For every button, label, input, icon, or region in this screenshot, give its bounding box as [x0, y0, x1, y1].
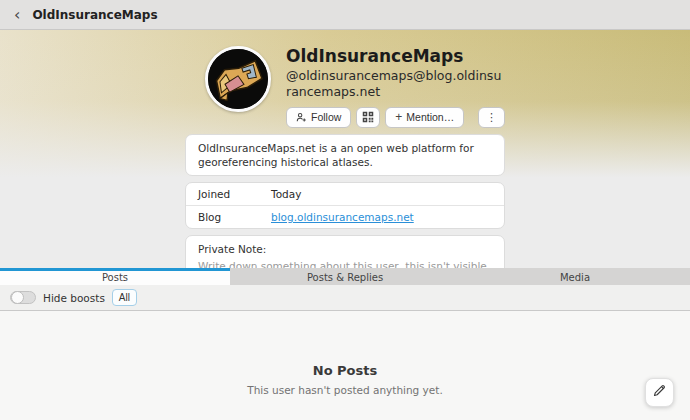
hide-boosts-label: Hide boosts	[43, 292, 105, 304]
account-handle: @oldinsurancemaps@blog.oldinsurancemaps.…	[286, 68, 505, 99]
tab-posts-and-replies[interactable]: Posts & Replies	[230, 268, 460, 285]
field-label: Joined	[198, 188, 271, 200]
topbar-title: OldInsuranceMaps	[32, 8, 157, 22]
timeline-content: No Posts This user hasn't posted anythin…	[0, 311, 690, 420]
follow-button[interactable]: Follow	[286, 107, 351, 128]
back-icon[interactable]: ‹	[12, 7, 22, 23]
empty-state-title: No Posts	[0, 363, 690, 378]
private-note-label: Private Note:	[198, 243, 492, 255]
profile-page: ‹ OldInsuranceMaps OldInsuranceMaps	[0, 0, 690, 420]
private-note-placeholder: Write down something about this user, th…	[198, 260, 492, 268]
compose-button[interactable]	[645, 378, 674, 407]
bio-text: OldInsuranceMaps.net is a an open web pl…	[198, 142, 474, 168]
bio-card: OldInsuranceMaps.net is a an open web pl…	[185, 134, 505, 176]
mention-button[interactable]: + Mention…	[385, 107, 464, 128]
display-name: OldInsuranceMaps	[286, 46, 505, 66]
field-row-blog: Blog blog.oldinsurancemaps.net	[186, 205, 504, 228]
field-label: Blog	[198, 211, 271, 223]
empty-state: No Posts This user hasn't posted anythin…	[0, 363, 690, 396]
profile-tabs: Posts Posts & Replies Media	[0, 268, 690, 285]
qr-code-icon	[362, 111, 374, 123]
person-add-icon	[296, 112, 307, 123]
tab-posts[interactable]: Posts	[0, 268, 230, 285]
avatar[interactable]	[205, 46, 271, 112]
qr-code-button[interactable]	[356, 107, 380, 128]
more-options-button[interactable]: ⋮	[478, 107, 505, 128]
timeline-filter-bar: Hide boosts All	[0, 285, 690, 311]
private-note-card[interactable]: Private Note: Write down something about…	[185, 235, 505, 268]
field-value: Today	[271, 188, 301, 200]
profile-fields: Joined Today Blog blog.oldinsurancemaps.…	[185, 182, 505, 229]
top-bar: ‹ OldInsuranceMaps	[0, 0, 690, 30]
plus-icon: +	[395, 111, 402, 123]
hide-boosts-toggle[interactable]	[10, 291, 36, 304]
empty-state-subtitle: This user hasn't posted anything yet.	[0, 384, 690, 396]
blog-link[interactable]: blog.oldinsurancemaps.net	[271, 211, 414, 223]
tab-media[interactable]: Media	[460, 268, 690, 285]
pencil-icon	[652, 383, 667, 402]
kebab-menu-icon: ⋮	[486, 111, 497, 124]
field-row-joined: Joined Today	[186, 183, 504, 205]
profile-header: OldInsuranceMaps @oldinsurancemaps@blog.…	[0, 30, 690, 268]
filter-all-button[interactable]: All	[112, 289, 137, 306]
